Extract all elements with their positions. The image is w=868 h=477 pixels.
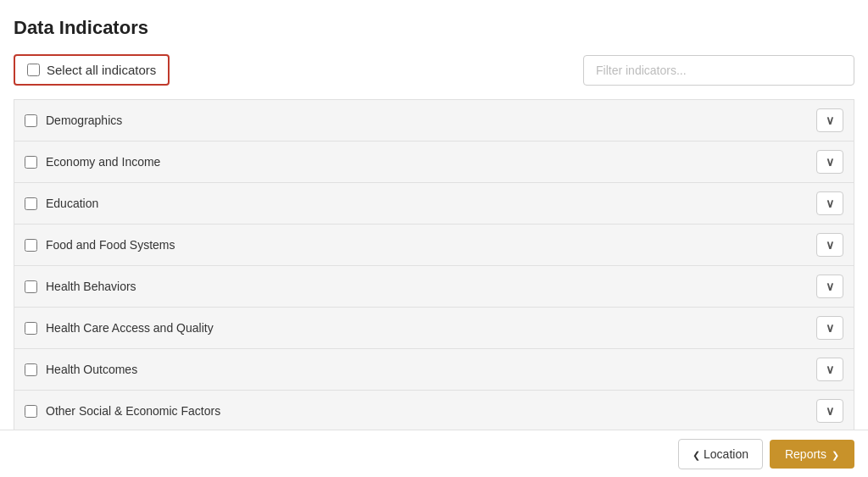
chevron-down-icon <box>826 280 834 293</box>
category-left: Food and Food Systems <box>25 238 175 252</box>
category-checkbox-demographics[interactable] <box>25 114 37 127</box>
category-left: Health Behaviors <box>25 280 136 293</box>
category-left: Economy and Income <box>25 155 160 169</box>
category-checkbox-health-behaviors[interactable] <box>25 280 37 293</box>
category-row[interactable]: Health Behaviors <box>14 266 854 308</box>
category-row[interactable]: Demographics <box>14 99 854 141</box>
reports-button[interactable]: Reports <box>770 440 854 469</box>
category-row[interactable]: Economy and Income <box>14 141 854 183</box>
expand-button-demographics[interactable] <box>816 108 843 132</box>
chevron-down-icon <box>826 114 834 127</box>
category-label-economy-income: Economy and Income <box>46 155 160 169</box>
location-button[interactable]: Location <box>678 439 763 469</box>
expand-button-social-economic[interactable] <box>816 399 843 423</box>
select-all-checkbox[interactable] <box>27 64 40 76</box>
category-row[interactable]: Health Care Access and Quality <box>14 308 854 349</box>
top-bar: Select all indicators <box>14 54 854 86</box>
category-checkbox-health-outcomes[interactable] <box>25 363 37 376</box>
category-label-food-systems: Food and Food Systems <box>46 238 175 252</box>
category-checkbox-health-care[interactable] <box>25 322 37 335</box>
expand-button-health-care[interactable] <box>816 316 843 340</box>
category-label-health-behaviors: Health Behaviors <box>46 280 136 293</box>
chevron-right-icon <box>832 447 839 461</box>
chevron-down-icon <box>826 363 834 376</box>
chevron-down-icon <box>826 155 834 169</box>
category-label-social-economic: Other Social & Economic Factors <box>46 404 220 418</box>
chevron-left-icon <box>693 447 700 461</box>
category-row[interactable]: Education <box>14 183 854 225</box>
category-label-health-care: Health Care Access and Quality <box>46 321 214 335</box>
main-content: Data Indicators Select all indicators De… <box>0 0 868 477</box>
category-checkbox-social-economic[interactable] <box>25 405 37 418</box>
chevron-down-icon <box>826 404 834 418</box>
category-left: Health Care Access and Quality <box>25 321 214 335</box>
category-row[interactable]: Health Outcomes <box>14 349 854 391</box>
category-checkbox-economy-income[interactable] <box>25 156 37 169</box>
category-list: Demographics Economy and Income Educatio… <box>14 99 854 474</box>
category-left: Other Social & Economic Factors <box>25 404 220 418</box>
page-title: Data Indicators <box>14 17 854 39</box>
select-all-container[interactable]: Select all indicators <box>14 54 170 86</box>
reports-label: Reports <box>785 447 826 461</box>
select-all-label: Select all indicators <box>47 63 156 77</box>
category-checkbox-food-systems[interactable] <box>25 239 37 252</box>
category-left: Education <box>25 197 98 210</box>
filter-input[interactable] <box>583 55 854 86</box>
category-row[interactable]: Other Social & Economic Factors <box>14 391 854 432</box>
location-label: Location <box>704 447 748 461</box>
category-left: Demographics <box>25 114 122 127</box>
chevron-down-icon <box>826 321 834 335</box>
expand-button-food-systems[interactable] <box>816 233 843 257</box>
category-row[interactable]: Food and Food Systems <box>14 225 854 266</box>
expand-button-health-outcomes[interactable] <box>816 358 843 381</box>
expand-button-health-behaviors[interactable] <box>816 275 843 298</box>
footer-bar: Location Reports <box>0 430 868 477</box>
chevron-down-icon <box>826 197 834 210</box>
category-label-education: Education <box>46 197 98 210</box>
category-label-health-outcomes: Health Outcomes <box>46 363 137 376</box>
category-left: Health Outcomes <box>25 363 137 376</box>
expand-button-economy-income[interactable] <box>816 150 843 174</box>
category-checkbox-education[interactable] <box>25 197 37 210</box>
chevron-down-icon <box>826 238 834 252</box>
category-label-demographics: Demographics <box>46 114 122 127</box>
expand-button-education[interactable] <box>816 191 843 215</box>
